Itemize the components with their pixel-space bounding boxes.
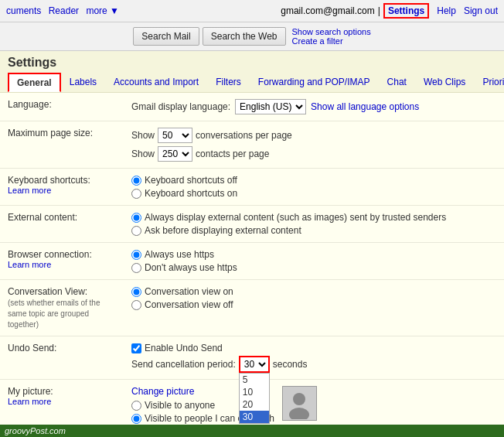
show-label-2: Show (131, 149, 155, 159)
shortcuts-on-option: Keyboard shortcuts on (131, 188, 496, 199)
profile-picture (282, 386, 317, 421)
tab-priority[interactable]: Priority I (474, 73, 504, 92)
shortcuts-on-radio[interactable] (131, 189, 141, 199)
option-20[interactable]: 20 (240, 398, 269, 411)
topbar-email: gmail.com@gmail.com | Settings Help Sign… (281, 3, 498, 19)
language-row: Language: Gmail display language: Englis… (0, 93, 504, 121)
keyboard-shortcuts-value: Keyboard shortcuts off Keyboard shortcut… (124, 169, 504, 206)
tab-chat[interactable]: Chat (379, 73, 415, 92)
conv-on-label: Conversation view on (145, 286, 233, 297)
svg-point-1 (289, 408, 309, 419)
settings-table: Language: Gmail display language: Englis… (0, 93, 504, 431)
shortcuts-off-label: Keyboard shortcuts off (145, 175, 237, 186)
external-content-row: External content: Always display externa… (0, 206, 504, 243)
conv-off-label: Conversation view off (145, 299, 233, 310)
tab-forwarding[interactable]: Forwarding and POP/IMAP (250, 73, 379, 92)
nav-reader[interactable]: Reader (49, 5, 79, 16)
conversation-view-row: Conversation View: (sets whether emails … (0, 280, 504, 336)
display-lang-label: Gmail display language: (131, 101, 230, 112)
cancel-period-label: Send cancellation period: (131, 359, 236, 370)
contacts-label: contacts per page (196, 149, 269, 159)
enable-undo-option: Enable Undo Send (131, 343, 496, 353)
settings-header: Settings General Labels Accounts and Imp… (0, 51, 504, 93)
language-select[interactable]: English (US) (235, 99, 306, 114)
create-filter-link[interactable]: Create a filter (292, 36, 371, 46)
external-content-label: External content: (0, 206, 124, 243)
keyboard-learn-more[interactable]: Learn more (8, 186, 116, 195)
conv-on-option: Conversation view on (131, 286, 496, 297)
ext-always-radio[interactable] (131, 213, 141, 223)
nav-more[interactable]: more ▼ (86, 5, 119, 16)
search-mail-button[interactable]: Search Mail (133, 27, 199, 46)
person-silhouette-icon (284, 388, 315, 419)
external-content-value: Always display external content (such as… (124, 206, 504, 243)
conv-per-page-select[interactable]: 10 15 20 25 50 100 (158, 128, 192, 143)
conv-off-option: Conversation view off (131, 299, 496, 310)
option-10[interactable]: 10 (240, 386, 269, 398)
picture-controls: Change picture Visible to anyone Visibl (131, 386, 496, 424)
cancellation-seconds-select[interactable]: 5 10 20 30 (239, 356, 270, 373)
enable-undo-checkbox[interactable] (131, 343, 141, 353)
topbar-nav: cuments Reader more ▼ (6, 5, 119, 16)
change-picture-link[interactable]: Change picture (131, 386, 194, 397)
no-https-radio[interactable] (131, 263, 141, 273)
conversation-view-helper: (sets whether emails of the same topic a… (8, 299, 100, 329)
contacts-per-page-select[interactable]: 50 100 250 (158, 146, 192, 162)
visible-anyone-label: Visible to anyone (145, 400, 215, 411)
watermark: groovyPost.com (0, 425, 504, 437)
keyboard-shortcuts-row: Keyboard shortcuts: Learn more Keyboard … (0, 169, 504, 206)
seconds-label: seconds (273, 359, 308, 370)
https-label: Always use https (145, 249, 214, 260)
seconds-dropdown: 5 10 20 30 (239, 373, 270, 424)
option-5[interactable]: 5 (240, 374, 269, 386)
nav-documents[interactable]: cuments (6, 5, 41, 16)
conversations-per-page: Show 10 15 20 25 50 100 conversations pe… (131, 128, 496, 143)
https-radio[interactable] (131, 250, 141, 260)
my-picture-label: My picture: Learn more (0, 380, 124, 431)
svg-point-0 (293, 393, 305, 405)
picture-learn-more[interactable]: Learn more (8, 397, 116, 406)
conversation-view-label: Conversation View: (sets whether emails … (0, 280, 124, 336)
signout-link[interactable]: Sign out (464, 5, 498, 16)
searchbar: Search Mail Search the Web Show search o… (0, 22, 504, 51)
help-link[interactable]: Help (437, 5, 456, 16)
visible-chat-prefix: Visible to (145, 413, 185, 424)
language-controls: Gmail display language: English (US) Sho… (131, 99, 496, 114)
enable-undo-label: Enable Undo Send (145, 343, 223, 353)
tab-filters[interactable]: Filters (207, 73, 250, 92)
option-30[interactable]: 30 (240, 411, 269, 423)
conv-off-radio[interactable] (131, 300, 141, 310)
visible-chat-radio[interactable] (131, 414, 141, 424)
tab-webclips[interactable]: Web Clips (415, 73, 474, 92)
undo-send-label: Undo Send: (0, 336, 124, 380)
browser-connection-value: Always use https Don't always use https (124, 243, 504, 280)
settings-link[interactable]: Settings (383, 3, 429, 19)
conv-label: conversations per page (196, 130, 292, 141)
ext-ask-radio[interactable] (131, 226, 141, 236)
tab-labels[interactable]: Labels (61, 73, 105, 92)
search-web-button[interactable]: Search the Web (203, 27, 286, 46)
settings-title: Settings (8, 56, 496, 70)
contacts-per-page: Show 50 100 250 contacts per page (131, 146, 496, 162)
no-https-option: Don't always use https (131, 262, 496, 273)
ext-always-label: Always display external content (such as… (145, 212, 446, 223)
show-search-options-link[interactable]: Show search options (292, 27, 371, 36)
ext-always-option: Always display external content (such as… (131, 212, 496, 223)
browser-connection-label: Browser connection: Learn more (0, 243, 124, 280)
language-label: Language: (0, 93, 124, 121)
tab-general[interactable]: General (8, 73, 61, 92)
visible-anyone-radio[interactable] (131, 401, 141, 411)
max-page-size-label: Maximum page size: (0, 121, 124, 169)
max-page-size-row: Maximum page size: Show 10 15 20 25 50 (0, 121, 504, 169)
ext-ask-label: Ask before displaying external content (145, 225, 301, 236)
undo-send-row: Undo Send: Enable Undo Send Send cancell… (0, 336, 504, 380)
tab-accounts[interactable]: Accounts and Import (105, 73, 207, 92)
show-all-languages-link[interactable]: Show all language options (311, 101, 419, 112)
no-https-label: Don't always use https (145, 262, 237, 273)
https-option: Always use https (131, 249, 496, 260)
conv-on-radio[interactable] (131, 287, 141, 297)
undo-send-value: Enable Undo Send Send cancellation perio… (124, 336, 504, 380)
shortcuts-off-radio[interactable] (131, 176, 141, 186)
browser-learn-more[interactable]: Learn more (8, 260, 116, 269)
max-page-size-value: Show 10 15 20 25 50 100 conversations pe… (124, 121, 504, 169)
